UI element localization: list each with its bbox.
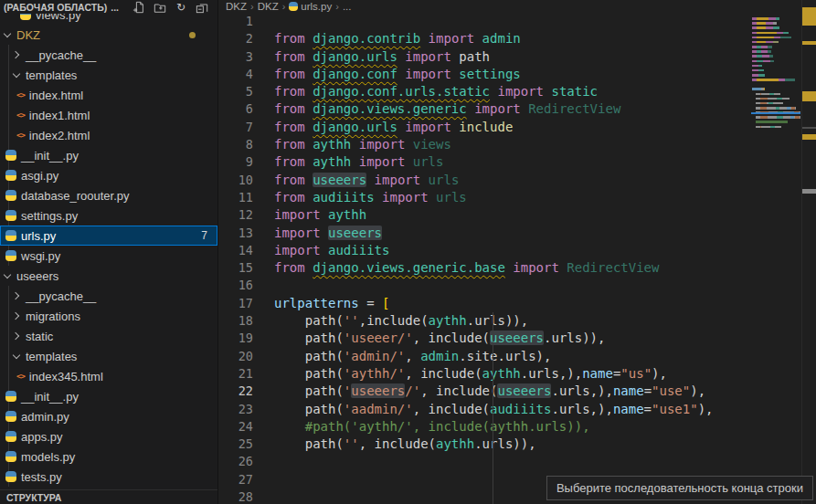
code-line-1[interactable]: 1 [218, 13, 748, 30]
html-icon: <> [16, 131, 25, 140]
tree-item-index2-html[interactable]: <>index2.html [0, 125, 217, 145]
code-token: admin [420, 349, 459, 363]
chevron-right-icon[interactable] [12, 291, 21, 300]
code-line-18[interactable]: 18 path('',include(aythh.urls)), [218, 312, 748, 330]
breadcrumb-item[interactable]: DKZ [258, 1, 279, 12]
line-number: 9 [218, 153, 253, 171]
tree-item--pycache-[interactable]: __pycache__ [0, 45, 217, 65]
code-token: aythh [436, 436, 474, 451]
breadcrumb-item[interactable]: urls.py [301, 1, 332, 12]
code-token: views [413, 137, 451, 152]
code-line-16[interactable]: 16 [218, 277, 748, 294]
code-token: django.views.generic.base [313, 260, 505, 275]
line-number: 15 [218, 259, 253, 277]
code-line-text: path('aadmin/', include(audiiits.urls,),… [274, 402, 713, 416]
chevron-right-icon[interactable] [12, 331, 21, 341]
breadcrumb-item[interactable]: ... [343, 1, 352, 12]
code-line-22[interactable]: 22 path('useeers/', include(useeers.urls… [218, 383, 748, 400]
tree-item--init-py[interactable]: __init__.py [0, 145, 217, 165]
collapse-all-icon[interactable] [196, 1, 208, 14]
code-line-text: from django.conf.urls.static import stat… [274, 84, 598, 99]
chevron-right-icon[interactable] [12, 311, 21, 320]
code-token: name [582, 366, 613, 381]
chevron-down-icon[interactable] [12, 352, 21, 361]
tree-item-useeers[interactable]: useeers [0, 266, 217, 286]
code-line-25[interactable]: 25 path('', include(aythh.urls)), [218, 436, 748, 453]
code-token: import [420, 31, 482, 46]
code-token: aythh [328, 207, 366, 222]
tree-item-urls-py[interactable]: urls.py7 [0, 226, 217, 246]
minimap-line [752, 55, 800, 58]
tree-item-admin-py[interactable]: admin.py [0, 406, 217, 426]
new-file-icon[interactable] [132, 1, 145, 14]
outline-section-header[interactable]: СТРУКТУРА [0, 489, 217, 504]
code-token: .urls)), [544, 331, 605, 345]
minimap[interactable] [751, 0, 800, 504]
tree-item-tests-py[interactable]: tests.py [0, 467, 217, 487]
tree-item-index-html[interactable]: <>index.html [0, 85, 217, 105]
chevron-right-icon[interactable] [12, 50, 21, 59]
code-line-11[interactable]: 11from audiiits import urls [218, 189, 748, 206]
code-line-8[interactable]: 8from aythh import views [218, 136, 748, 153]
code-line-21[interactable]: 21 path('aythh/', include(aythh.urls,),n… [218, 365, 748, 383]
new-folder-icon[interactable] [154, 1, 166, 14]
tree-item-label: __pycache__ [26, 289, 96, 303]
code-line-12[interactable]: 12import aythh [218, 206, 748, 224]
tree-item--init-py[interactable]: __init__.py [0, 386, 217, 406]
code-token: "use" [652, 383, 690, 398]
code-token: import [397, 49, 459, 64]
tree-item-models-py[interactable]: models.py [0, 446, 217, 467]
line-number: 7 [218, 119, 253, 136]
tree-item-apps-py[interactable]: apps.py [0, 426, 217, 446]
tree-item-database-roouter-py[interactable]: database_roouter.py [0, 185, 217, 205]
code-line-19[interactable]: 19 path('useeer/', include(useeers.urls)… [218, 330, 748, 347]
chevron-down-icon[interactable] [3, 271, 12, 280]
breadcrumb-item[interactable]: DKZ [226, 1, 247, 12]
code-line-6[interactable]: 6from django.views.generic import Redire… [218, 100, 748, 118]
more-actions-icon[interactable]: ... [111, 2, 119, 13]
overview-ruler[interactable] [802, 0, 816, 504]
code-line-text: path('useeers/', include(useeers.urls,),… [274, 383, 705, 398]
tree-item-settings-py[interactable]: settings.py [0, 205, 217, 226]
code-line-4[interactable]: 4from django.conf import settings [218, 66, 748, 83]
minimap-line [752, 107, 800, 110]
tree-item-index1-html[interactable]: <>index1.html [0, 105, 217, 125]
code-line-5[interactable]: 5from django.conf.urls.static import sta… [218, 83, 748, 100]
minimap-line [752, 50, 800, 53]
code-line-20[interactable]: 20 path('admin/', admin.site.urls), [218, 348, 748, 365]
code-line-10[interactable]: 10from useeers import urls [218, 172, 748, 189]
tree-item-asgi-py[interactable]: asgi.py [0, 165, 217, 185]
code-line-2[interactable]: 2from django.contrib import admin [218, 30, 748, 47]
tree-item-templates[interactable]: templates [0, 346, 217, 366]
tree-item-templates[interactable]: templates [0, 65, 217, 85]
line-number: 6 [218, 100, 253, 118]
code-token: import [274, 207, 328, 222]
code-line-3[interactable]: 3from django.urls import path [218, 48, 748, 66]
tree-item-wsgi-py[interactable]: wsgi.py [0, 246, 217, 266]
code-line-26[interactable]: 26 [218, 453, 748, 470]
editor-pane: DKZ›DKZ›urls.py›... 12from django.contri… [218, 0, 816, 504]
code-line-23[interactable]: 23 path('aadmin/', include(audiiits.urls… [218, 401, 748, 418]
tree-item-migrations[interactable]: migrations [0, 306, 217, 326]
code-line-13[interactable]: 13import useeers [218, 225, 748, 242]
code-line-24[interactable]: 24 #path('aythh/', include(aythh.urls)), [218, 418, 748, 436]
code-token: include [459, 120, 513, 134]
code-token: from [274, 154, 313, 169]
chevron-down-icon[interactable] [3, 30, 12, 39]
refresh-icon[interactable]: ↻ [175, 1, 187, 14]
tree-item--pycache-[interactable]: __pycache__ [0, 286, 217, 306]
code-line-15[interactable]: 15from django.views.generic.base import … [218, 259, 748, 277]
code-editor[interactable]: 12from django.contrib import admin3from … [218, 13, 748, 504]
tree-item-static[interactable]: static [0, 326, 217, 346]
line-number: 16 [218, 277, 253, 294]
code-line-7[interactable]: 7from django.urls import include [218, 119, 748, 136]
chevron-down-icon[interactable] [12, 70, 21, 79]
tree-item-index345-html[interactable]: <>index345.html [0, 366, 217, 386]
code-token: settings [459, 67, 520, 81]
python-icon [5, 210, 16, 221]
tree-item-DKZ[interactable]: DKZ [0, 25, 217, 45]
code-line-17[interactable]: 17urlpatterns = [ [218, 295, 748, 312]
code-line-9[interactable]: 9from aythh import urls [218, 153, 748, 171]
code-line-14[interactable]: 14import audiiits [218, 242, 748, 259]
explorer-section-header[interactable]: (РАБОЧАЯ ОБЛАСТЬ) ... ↻ [0, 0, 217, 14]
